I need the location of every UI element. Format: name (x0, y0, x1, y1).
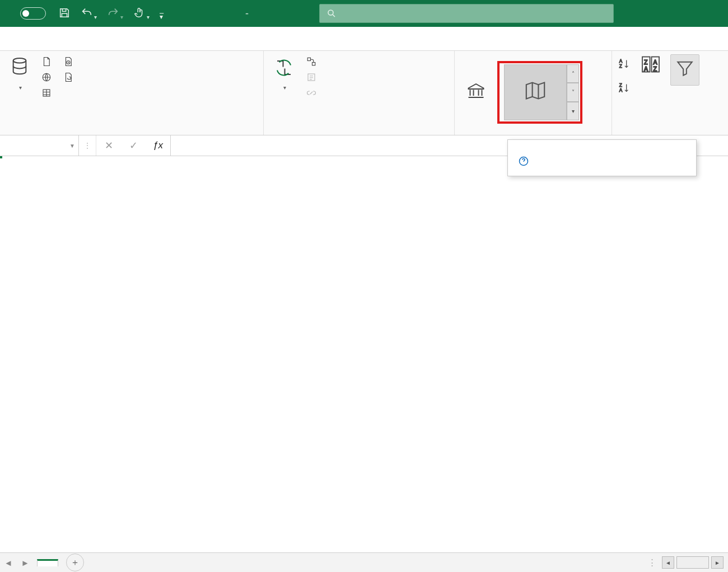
selection-ring (0, 156, 2, 158)
search-box[interactable] (319, 4, 614, 23)
document-title: - (242, 8, 252, 20)
group-label (6, 130, 258, 134)
map-icon (523, 81, 548, 101)
sort-az-button[interactable]: AZ (618, 58, 631, 72)
refresh-icon (274, 57, 294, 79)
svg-text:Z: Z (619, 83, 622, 88)
sort-za-button[interactable]: ZA (618, 82, 631, 96)
geography-tooltip (507, 139, 697, 176)
enter-formula-button[interactable]: ✓ (121, 135, 146, 156)
save-icon[interactable] (58, 7, 71, 21)
svg-text:A: A (644, 65, 648, 72)
redo-button[interactable]: ▾ (107, 7, 123, 21)
name-box-divider: ⋮ (79, 135, 96, 156)
get-data-button[interactable]: ▾ (6, 54, 34, 93)
refresh-all-button[interactable]: ▾ (269, 54, 298, 93)
scroll-left-button[interactable]: ◄ (662, 556, 674, 569)
scroll-grip-icon[interactable]: ⋮ (648, 557, 656, 568)
quick-access-toolbar: ▾ ▾ ▾ ⎯▾ (58, 7, 164, 21)
svg-text:A: A (619, 88, 623, 93)
bank-icon (465, 81, 487, 101)
name-box[interactable]: ▼ (0, 135, 79, 156)
file-text-icon (41, 57, 52, 67)
group-data-types: ˄ ˅ ▾ (455, 51, 612, 135)
funnel-icon (675, 58, 694, 78)
svg-text:Z: Z (619, 64, 622, 69)
geography-button[interactable] (504, 64, 567, 120)
from-text-csv-button[interactable] (41, 57, 55, 67)
touch-mode-icon[interactable]: ▾ (133, 7, 150, 21)
group-queries-connections: ▾ (264, 51, 455, 135)
scroll-down-icon[interactable]: ˅ (567, 83, 579, 101)
from-table-button[interactable] (41, 88, 55, 98)
recent-sources-button[interactable] (63, 57, 77, 67)
add-sheet-button[interactable]: ＋ (66, 554, 84, 571)
sheet-nav-next[interactable]: ► (17, 558, 34, 568)
svg-rect-6 (312, 63, 315, 65)
clock-file-icon (63, 57, 73, 67)
undo-button[interactable]: ▾ (81, 7, 97, 21)
horizontal-scrollbar[interactable]: ⋮ ◄ ► (648, 556, 724, 569)
sort-za-icon: ZA (618, 82, 631, 94)
data-types-scroll[interactable]: ˄ ˅ ▾ (567, 64, 579, 120)
svg-text:A: A (619, 59, 623, 64)
search-icon (326, 8, 337, 18)
edit-links-button (306, 88, 320, 98)
sheet-nav-prev[interactable]: ◄ (0, 558, 17, 568)
from-web-button[interactable] (41, 72, 55, 82)
svg-text:A: A (654, 59, 657, 65)
chevron-down-icon[interactable]: ▼ (69, 143, 75, 149)
sort-az-icon: AZ (618, 58, 631, 70)
globe-icon (41, 72, 52, 82)
scroll-right-button[interactable]: ► (711, 556, 724, 569)
svg-text:Z: Z (644, 59, 648, 65)
help-icon (518, 156, 529, 167)
scroll-up-icon[interactable]: ˄ (567, 64, 579, 83)
svg-rect-5 (307, 58, 310, 60)
existing-connections-button[interactable] (63, 72, 77, 82)
sheet-tab-active[interactable] (37, 559, 58, 566)
link-file-icon (63, 72, 73, 82)
search-input[interactable] (344, 8, 606, 19)
autosave-control[interactable] (16, 7, 46, 20)
queries-connections-button[interactable] (306, 57, 320, 67)
connections-icon (306, 57, 316, 67)
properties-button (306, 72, 320, 82)
sheet-tab-bar: ◄ ► ＋ ⋮ ◄ ► (0, 552, 728, 572)
sort-button[interactable]: ZAAZ (636, 54, 666, 80)
toggle-knob (22, 10, 29, 17)
properties-icon (306, 72, 316, 82)
table-icon (41, 88, 52, 98)
group-label (269, 130, 449, 134)
database-icon (10, 57, 29, 79)
sort-dialog-icon: ZAAZ (640, 54, 661, 74)
edit-links-icon (306, 88, 316, 98)
svg-point-0 (328, 10, 333, 15)
insert-function-button[interactable]: ƒx (146, 135, 171, 156)
svg-text:Z: Z (654, 65, 657, 72)
cancel-formula-button[interactable]: ✕ (96, 135, 121, 156)
ribbon: ▾ ▾ (0, 51, 728, 135)
qat-customize-icon[interactable]: ⎯▾ (160, 7, 164, 20)
filter-button[interactable] (670, 54, 699, 86)
geography-highlight: ˄ ˅ ▾ (497, 61, 582, 124)
group-label (460, 130, 606, 134)
stocks-button[interactable] (460, 78, 492, 106)
svg-point-1 (13, 58, 26, 63)
autosave-toggle[interactable] (20, 7, 46, 20)
gallery-expand-icon[interactable]: ▾ (567, 102, 579, 120)
group-label (618, 130, 718, 134)
group-get-transform: ▾ (0, 51, 264, 135)
tell-me-more-link[interactable] (518, 156, 686, 167)
group-sort-filter: AZ ZA ZAAZ (612, 51, 724, 135)
scroll-track[interactable] (676, 556, 709, 569)
ribbon-tabs (0, 27, 728, 51)
titlebar: ▾ ▾ ▾ ⎯▾ - (0, 0, 728, 27)
